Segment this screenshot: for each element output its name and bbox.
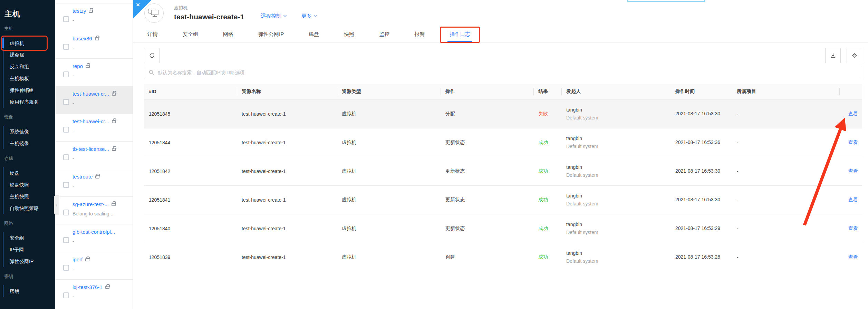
tab[interactable]: 报警	[414, 26, 425, 42]
tab[interactable]: 详情	[147, 26, 158, 42]
sidebar-item[interactable]: 硬盘快照	[3, 179, 55, 191]
settings-button[interactable]	[847, 48, 862, 63]
status-badge: 成功	[533, 185, 561, 214]
main-content: × 虚拟机 test-huawei-create-1 远程控制 更多 详情	[133, 0, 868, 309]
view-link[interactable]: 查看	[848, 197, 858, 202]
table-row[interactable]: 12051844 test-huawei-create-1 虚拟机 更新状态 成…	[144, 128, 862, 157]
vm-name-link[interactable]: lxj-test-376-1	[73, 284, 103, 290]
lock-icon	[89, 10, 93, 13]
sidebar-item[interactable]: 反亲和组	[3, 61, 55, 73]
sidebar-section-network: 网络 安全组 IP子网 弹性公网IP	[0, 220, 55, 267]
list-item[interactable]: test-huawei-cr... -	[55, 114, 133, 141]
sidebar-item[interactable]: 密钥	[3, 285, 55, 297]
sidebar-section-hosts: 主机 虚拟机 裸金属 反亲和组 主机模板 弹性伸缩组 应用程序服务	[0, 26, 55, 108]
collapse-panel-handle[interactable]: ‹	[54, 195, 59, 215]
col-header-id: #ID	[144, 84, 237, 99]
sidebar-item[interactable]: IP子网	[3, 244, 55, 255]
cell-resource-name: test-huawei-create-1	[237, 99, 337, 128]
download-button[interactable]	[825, 48, 841, 63]
refresh-icon	[149, 52, 155, 59]
row-checkbox[interactable]	[63, 265, 69, 271]
vm-name-link[interactable]: testzy	[73, 8, 86, 14]
sidebar-item[interactable]: 裸金属	[3, 49, 55, 61]
vm-name-link[interactable]: repo	[73, 63, 83, 69]
row-checkbox[interactable]	[63, 127, 69, 133]
cell-project: -	[732, 214, 839, 243]
tab[interactable]: 监控	[379, 26, 389, 42]
sidebar-item[interactable]: 应用程序服务	[3, 96, 55, 108]
close-panel-button[interactable]: ×	[133, 0, 152, 19]
vm-name-link[interactable]: sg-azure-test-...	[73, 201, 109, 207]
row-checkbox[interactable]	[63, 237, 69, 243]
cell-time: 2021-08-17 16:53:30	[671, 157, 732, 185]
sidebar-section-keys: 密钥 密钥	[0, 273, 55, 297]
row-checkbox[interactable]	[63, 182, 69, 188]
row-checkbox[interactable]	[63, 292, 69, 298]
chevron-down-icon	[314, 14, 317, 17]
vm-name-link[interactable]: tb-test-license...	[73, 146, 109, 152]
vm-name-link[interactable]: glb-test-controlpl...	[73, 229, 115, 235]
status-badge: 成功	[533, 214, 561, 243]
list-item[interactable]: testzy -	[55, 3, 133, 31]
table-row[interactable]: 12051841 test-huawei-create-1 虚拟机 更新状态 成…	[144, 185, 862, 214]
vm-name-link[interactable]: test-huawei-cr...	[73, 118, 109, 124]
list-item[interactable]: glb-test-controlpl... -	[55, 224, 133, 252]
more-actions-button[interactable]: 更多	[301, 13, 317, 19]
tab[interactable]: 操作日志	[450, 26, 470, 42]
row-checkbox[interactable]	[63, 44, 69, 50]
list-item[interactable]: sg-azure-test-... Belong to scaling ...	[55, 196, 133, 224]
table-row[interactable]: 12051842 test-huawei-create-1 虚拟机 更新状态 成…	[144, 157, 862, 185]
vm-name-link[interactable]: test-huawei-cr...	[73, 91, 109, 97]
col-header-result: 结果	[533, 84, 561, 99]
sidebar-item[interactable]: 弹性公网IP	[3, 255, 55, 267]
table-row[interactable]: 12051840 test-huawei-create-1 虚拟机 更新状态 成…	[144, 214, 862, 243]
list-item[interactable]: tb-test-license... -	[55, 141, 133, 169]
row-checkbox[interactable]	[63, 71, 69, 77]
initiator-name: tangbin	[566, 222, 671, 227]
tab[interactable]: 磁盘	[309, 26, 319, 42]
sidebar-item[interactable]: 自动快照策略	[3, 202, 55, 214]
tab[interactable]: 快照	[344, 26, 354, 42]
list-item[interactable]: testroute -	[55, 169, 133, 196]
search-input[interactable]	[158, 70, 857, 75]
sidebar-item[interactable]: 安全组	[3, 232, 55, 244]
view-link[interactable]: 查看	[848, 111, 858, 116]
vm-name-link[interactable]: basex86	[73, 36, 92, 41]
sidebar-item[interactable]: 弹性伸缩组	[3, 84, 55, 96]
view-link[interactable]: 查看	[848, 168, 858, 174]
sidebar-item[interactable]: 主机快照	[3, 191, 55, 202]
tab-label: 安全组	[183, 31, 198, 37]
sidebar-item[interactable]: 主机镜像	[3, 137, 55, 149]
table-row[interactable]: 12051839 test-huawei-create-1 虚拟机 创建 成功 …	[144, 243, 862, 271]
sidebar-item[interactable]: 虚拟机	[3, 37, 55, 49]
sidebar-item[interactable]: 硬盘	[3, 167, 55, 179]
col-header-resource-name: 资源名称	[237, 84, 337, 99]
view-link[interactable]: 查看	[848, 139, 858, 145]
row-checkbox[interactable]	[63, 16, 69, 22]
vm-name-link[interactable]: iperf	[73, 257, 83, 262]
refresh-button[interactable]	[144, 48, 160, 63]
row-checkbox[interactable]	[63, 99, 69, 105]
list-item[interactable]: lxj-test-376-1 -	[55, 279, 133, 307]
row-checkbox[interactable]	[63, 154, 69, 160]
tab[interactable]: 弹性公网IP	[258, 26, 284, 42]
list-item[interactable]: iperf -	[55, 252, 133, 279]
tab[interactable]: 安全组	[183, 26, 198, 42]
sidebar-section-images: 镜像 系统镜像 主机镜像	[0, 114, 55, 149]
list-item[interactable]: repo -	[55, 58, 133, 86]
cell-operation: 更新状态	[441, 157, 533, 185]
row-checkbox[interactable]	[63, 210, 69, 215]
list-item[interactable]: test-huawei-cr... -	[55, 86, 133, 114]
cell-operation: 更新状态	[441, 214, 533, 243]
cell-resource-name: test-huawei-create-1	[237, 157, 337, 185]
initiator-name: tangbin	[566, 193, 671, 199]
view-link[interactable]: 查看	[848, 225, 858, 231]
tab[interactable]: 网络	[223, 26, 233, 42]
list-item[interactable]: basex86 -	[55, 31, 133, 58]
sidebar-item[interactable]: 主机模板	[3, 73, 55, 84]
table-row[interactable]: 12051845 test-huawei-create-1 虚拟机 分配 失败 …	[144, 99, 862, 128]
sidebar-item[interactable]: 系统镜像	[3, 126, 55, 137]
remote-control-button[interactable]: 远程控制	[261, 13, 286, 19]
vm-name-link[interactable]: testroute	[73, 174, 93, 180]
view-link[interactable]: 查看	[848, 254, 858, 260]
